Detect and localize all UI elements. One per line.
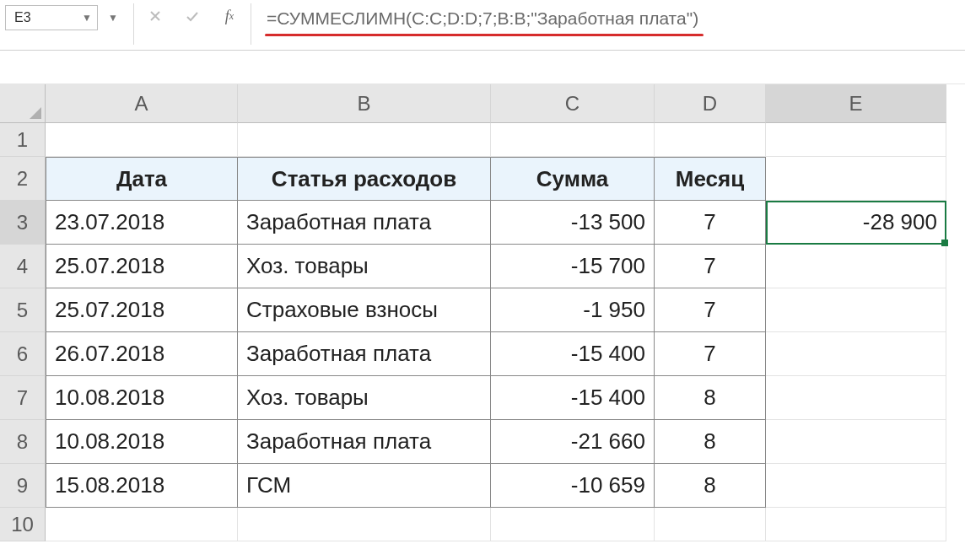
cell-E9[interactable]	[766, 464, 946, 508]
table-row: 25.07.2018 Страховые взносы -1 950 7	[46, 288, 965, 332]
formula-bar: E3 ▼ ▼ fx	[0, 0, 965, 51]
cell-D7[interactable]: 8	[655, 376, 766, 420]
cell-E2[interactable]	[766, 157, 946, 201]
row-header-3[interactable]: 3	[0, 201, 46, 245]
table-row	[46, 508, 965, 541]
cell-D4[interactable]: 7	[655, 245, 766, 288]
cell-E4[interactable]	[766, 245, 946, 288]
cell-A1[interactable]	[46, 123, 238, 157]
row-header-9[interactable]: 9	[0, 464, 46, 508]
separator	[251, 3, 251, 45]
sheet-body: 1 2 3 4 5 6 7 8 9 10 Дата Статья расходо…	[0, 123, 965, 541]
name-box[interactable]: E3 ▼	[5, 5, 98, 30]
table-row: Дата Статья расходов Сумма Месяц	[46, 157, 965, 201]
cell-D10[interactable]	[655, 508, 766, 541]
cell-E8[interactable]	[766, 420, 946, 464]
row-header-10[interactable]: 10	[0, 508, 46, 541]
cell-A10[interactable]	[46, 508, 238, 541]
row-headers: 1 2 3 4 5 6 7 8 9 10	[0, 123, 46, 541]
row-header-1[interactable]: 1	[0, 123, 46, 157]
cell-D8[interactable]: 8	[655, 420, 766, 464]
spacer	[0, 51, 965, 84]
cell-A5[interactable]: 25.07.2018	[46, 288, 238, 332]
cell-D9[interactable]: 8	[655, 464, 766, 508]
cell-D2[interactable]: Месяц	[655, 157, 766, 201]
row-header-2[interactable]: 2	[0, 157, 46, 201]
cell-C4[interactable]: -15 700	[491, 245, 655, 288]
cell-C10[interactable]	[491, 508, 655, 541]
cell-E1[interactable]	[766, 123, 946, 157]
col-header-A[interactable]: A	[46, 84, 238, 123]
cell-D6[interactable]: 7	[655, 332, 766, 376]
cell-D3[interactable]: 7	[655, 201, 766, 245]
cell-A3[interactable]: 23.07.2018	[46, 201, 238, 245]
cell-E7[interactable]	[766, 376, 946, 420]
table-row: 23.07.2018 Заработная плата -13 500 7 -2…	[46, 201, 965, 245]
cell-E6[interactable]	[766, 332, 946, 376]
row-header-4[interactable]: 4	[0, 245, 46, 288]
separator	[133, 3, 134, 45]
column-header-row: A B C D E	[0, 84, 965, 123]
table-row: 25.07.2018 Хоз. товары -15 700 7	[46, 245, 965, 288]
formula-input-area	[263, 3, 960, 45]
row-header-7[interactable]: 7	[0, 376, 46, 420]
cell-B4[interactable]: Хоз. товары	[238, 245, 491, 288]
col-header-E[interactable]: E	[766, 84, 946, 123]
row-header-5[interactable]: 5	[0, 288, 46, 332]
cell-C3[interactable]: -13 500	[491, 201, 655, 245]
chevron-down-icon[interactable]: ▼	[82, 12, 92, 24]
cell-B10[interactable]	[238, 508, 491, 541]
cell-A8[interactable]: 10.08.2018	[46, 420, 238, 464]
cell-A2[interactable]: Дата	[46, 157, 238, 201]
cell-C2[interactable]: Сумма	[491, 157, 655, 201]
cell-C7[interactable]: -15 400	[491, 376, 655, 420]
cell-B7[interactable]: Хоз. товары	[238, 376, 491, 420]
cell-A6[interactable]: 26.07.2018	[46, 332, 238, 376]
name-box-group: E3 ▼ ▼	[5, 3, 121, 45]
cell-E10[interactable]	[766, 508, 946, 541]
table-row: 15.08.2018 ГСМ -10 659 8	[46, 464, 965, 508]
cell-C5[interactable]: -1 950	[491, 288, 655, 332]
select-all-corner[interactable]	[0, 84, 46, 123]
table-row: 10.08.2018 Хоз. товары -15 400 8	[46, 376, 965, 420]
cell-C6[interactable]: -15 400	[491, 332, 655, 376]
fx-icon[interactable]: fx	[220, 7, 239, 25]
cell-A4[interactable]: 25.07.2018	[46, 245, 238, 288]
table-row	[46, 123, 965, 157]
cancel-icon[interactable]	[146, 7, 164, 25]
cell-E3[interactable]: -28 900	[766, 201, 946, 245]
col-header-D[interactable]: D	[655, 84, 766, 123]
enter-icon[interactable]	[183, 7, 202, 25]
row-header-6[interactable]: 6	[0, 332, 46, 376]
cell-C8[interactable]: -21 660	[491, 420, 655, 464]
cell-C1[interactable]	[491, 123, 655, 157]
cell-B9[interactable]: ГСМ	[238, 464, 491, 508]
col-header-B[interactable]: B	[238, 84, 491, 123]
table-row: 26.07.2018 Заработная плата -15 400 7	[46, 332, 965, 376]
cell-B3[interactable]: Заработная плата	[238, 201, 491, 245]
cell-D5[interactable]: 7	[655, 288, 766, 332]
formula-bar-buttons: fx	[146, 3, 239, 45]
cell-A7[interactable]: 10.08.2018	[46, 376, 238, 420]
cell-B5[interactable]: Страховые взносы	[238, 288, 491, 332]
table-row: 10.08.2018 Заработная плата -21 660 8	[46, 420, 965, 464]
cell-C9[interactable]: -10 659	[491, 464, 655, 508]
annotation-underline	[265, 34, 704, 36]
cell-B2[interactable]: Статья расходов	[238, 157, 491, 201]
cell-E5[interactable]	[766, 288, 946, 332]
cell-B1[interactable]	[238, 123, 491, 157]
cell-B8[interactable]: Заработная плата	[238, 420, 491, 464]
formula-input[interactable]	[263, 7, 960, 34]
name-box-value: E3	[14, 10, 31, 25]
col-header-C[interactable]: C	[491, 84, 655, 123]
grid: Дата Статья расходов Сумма Месяц 23.07.2…	[46, 123, 965, 541]
cell-A9[interactable]: 15.08.2018	[46, 464, 238, 508]
cell-D1[interactable]	[655, 123, 766, 157]
chevron-down-icon[interactable]: ▼	[105, 5, 121, 30]
row-header-8[interactable]: 8	[0, 420, 46, 464]
cell-B6[interactable]: Заработная плата	[238, 332, 491, 376]
